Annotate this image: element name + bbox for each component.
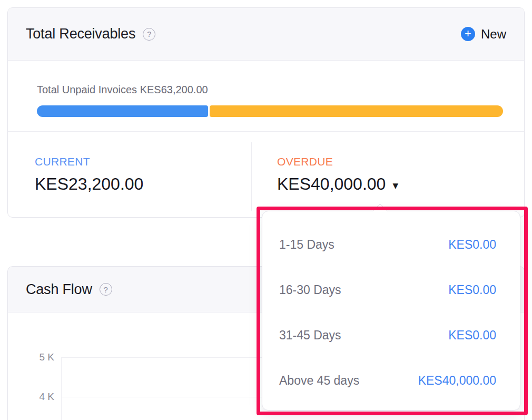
total-receivables-title: Total Receivables (26, 26, 135, 42)
total-unpaid-invoices-text: Total Unpaid Invoices KES63,200.00 (37, 84, 208, 96)
help-icon[interactable]: ? (143, 28, 155, 41)
horizontal-divider (8, 131, 524, 132)
aging-row-amount-link[interactable]: KES40,000.00 (418, 374, 496, 388)
overdue-label: OVERDUE (277, 155, 333, 168)
help-icon[interactable]: ? (100, 283, 112, 296)
aging-row-16-30-days: 16-30 Days KES0.00 (279, 267, 496, 312)
overdue-amount-value: KES40,000.00 (277, 174, 386, 194)
aging-row-1-15-days: 1-15 Days KES0.00 (279, 222, 496, 267)
total-receivables-card: Total Receivables ? + New Total Unpaid I… (7, 7, 525, 218)
total-receivables-header: Total Receivables ? + New (8, 8, 524, 61)
chevron-down-icon: ▾ (392, 177, 398, 192)
overdue-amount-dropdown-trigger[interactable]: KES40,000.00 ▾ (277, 174, 398, 194)
vertical-divider (251, 142, 252, 211)
y-axis-line (61, 357, 62, 420)
aging-row-label: 1-15 Days (279, 238, 334, 252)
new-button-label: New (481, 27, 506, 42)
aging-row-amount-link[interactable]: KES0.00 (448, 283, 496, 297)
aging-row-label: 31-45 Days (279, 328, 341, 343)
aging-row-31-45-days: 31-45 Days KES0.00 (279, 312, 496, 358)
aging-row-above-45-days: Above 45 days KES40,000.00 (279, 358, 496, 403)
current-amount: KES23,200.00 (35, 174, 143, 194)
aging-row-label: 16-30 Days (279, 283, 341, 297)
progress-overdue-segment (210, 105, 503, 117)
y-axis-tick-5k: 5 K (23, 351, 54, 363)
y-axis-tick-4k: 4 K (23, 391, 54, 403)
progress-current-segment (37, 105, 208, 117)
aging-row-label: Above 45 days (279, 374, 359, 388)
cash-flow-title: Cash Flow (26, 281, 92, 298)
plus-icon: + (461, 27, 475, 41)
receivables-progress-bar (37, 105, 503, 117)
aging-row-amount-link[interactable]: KES0.00 (448, 238, 496, 252)
new-button[interactable]: + New (461, 27, 506, 42)
overdue-aging-dropdown: 1-15 Days KES0.00 16-30 Days KES0.00 31-… (262, 211, 520, 411)
aging-row-amount-link[interactable]: KES0.00 (448, 328, 496, 343)
current-label: CURRENT (35, 155, 90, 168)
